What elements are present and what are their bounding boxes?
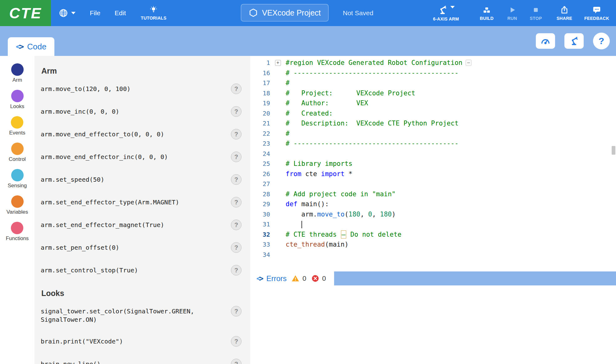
code-line-30[interactable]: 30 arm.move_to(180, 0, 180) — [250, 209, 616, 220]
command-help-button[interactable]: ? — [231, 306, 241, 316]
code-line-26[interactable]: 26from cte import * — [250, 169, 616, 179]
category-variables[interactable]: Variables — [7, 195, 28, 215]
line-number: 26 — [250, 169, 270, 179]
category-arm[interactable]: Arm — [11, 63, 24, 83]
collapsed-region-badge[interactable]: ⋯ — [466, 60, 471, 66]
run-label: RUN — [507, 16, 517, 21]
stop-button[interactable]: STOP — [526, 5, 545, 21]
fold-column: + — [270, 58, 286, 68]
category-label: Variables — [7, 209, 28, 215]
code-line-21[interactable]: 21# Description: VEXcode CTE Python Proj… — [250, 118, 616, 129]
palette-section-title: Looks — [41, 289, 241, 298]
code-line-31[interactable]: 31 — [250, 219, 616, 230]
fold-column — [270, 169, 286, 179]
code-editor[interactable]: 1+#region VEXcode Generated Robot Config… — [250, 56, 616, 271]
category-control[interactable]: Control — [9, 143, 26, 162]
dashboard-button[interactable] — [536, 33, 555, 49]
command-row: arm.set_end_effector_type(Arm.MAGNET)? — [41, 198, 241, 207]
code-line-22[interactable]: 22# — [250, 129, 616, 139]
category-events[interactable]: Events — [9, 116, 25, 136]
fold-plus-icon[interactable]: + — [275, 60, 281, 66]
language-menu[interactable] — [58, 8, 76, 18]
code-line-19[interactable]: 19# Author: VEX — [250, 98, 616, 108]
code-line-27[interactable]: 27 — [250, 179, 616, 189]
code-text: from cte import * — [286, 169, 352, 179]
help-button[interactable]: ? — [593, 33, 610, 49]
build-button[interactable]: BUILD — [476, 5, 498, 21]
code-line-23[interactable]: 23# ------------------------------------… — [250, 139, 616, 149]
category-functions[interactable]: Functions — [6, 222, 29, 242]
code-line-16[interactable]: 16# ------------------------------------… — [250, 68, 616, 78]
command-help-button[interactable]: ? — [231, 220, 241, 230]
device-label: 6-AXIS ARM — [433, 16, 459, 21]
code-line-33[interactable]: 33cte_thread(main) — [250, 239, 616, 250]
device-config-button[interactable] — [564, 33, 584, 49]
code-line-29[interactable]: 29def main(): — [250, 199, 616, 209]
command-block[interactable]: brain.print("VEXcode") — [41, 337, 123, 346]
line-number: 22 — [250, 129, 270, 139]
command-block[interactable]: arm.set_end_effector_magnet(True) — [41, 221, 164, 229]
share-button[interactable]: SHARE — [553, 5, 576, 21]
file-menu[interactable]: File — [90, 9, 100, 17]
code-line-28[interactable]: 28# Add project code in "main" — [250, 189, 616, 199]
code-text: # — [286, 78, 290, 88]
text-cursor — [301, 221, 302, 228]
command-block[interactable]: arm.set_speed(50) — [41, 175, 104, 184]
code-line-34[interactable]: 34 — [250, 250, 616, 260]
cte-logo[interactable]: CTE — [0, 0, 51, 26]
command-block[interactable]: signal_tower.set_color(SignalTower.GREEN… — [41, 307, 205, 324]
device-selector[interactable]: 6-AXIS ARM — [423, 5, 469, 21]
command-block[interactable]: arm.move_to(120, 0, 100) — [41, 85, 131, 93]
edit-menu[interactable]: Edit — [115, 9, 126, 17]
command-help-button[interactable]: ? — [231, 152, 241, 162]
palette-section-looks: Lookssignal_tower.set_color(SignalTower.… — [41, 289, 241, 364]
gauge-icon — [540, 36, 551, 46]
command-block[interactable]: arm.move_inc(0, 0, 0) — [41, 107, 119, 116]
code-line-32[interactable]: 32# CTE threads — Do not delete — [250, 230, 616, 240]
command-block[interactable]: brain.new_line() — [41, 360, 101, 364]
run-button[interactable]: RUN — [503, 5, 522, 21]
feedback-button[interactable]: FEEDBACK — [582, 5, 612, 21]
command-help-button[interactable]: ? — [231, 359, 241, 364]
code-text: # Description: VEXcode CTE Python Projec… — [286, 118, 458, 129]
code-text: # Library imports — [286, 159, 352, 169]
code-line-17[interactable]: 17# — [250, 78, 616, 88]
command-block[interactable]: arm.set_end_effector_type(Arm.MAGNET) — [41, 198, 179, 207]
category-looks[interactable]: Looks — [10, 90, 24, 110]
line-number: 21 — [250, 118, 270, 129]
command-help-button[interactable]: ? — [231, 129, 241, 139]
tutorials-label: TUTORIALS — [141, 16, 167, 20]
category-color-dot — [11, 143, 24, 155]
tutorials-button[interactable]: TUTORIALS — [141, 6, 167, 20]
tab-errors[interactable]: <> Errors 0 — [250, 271, 334, 285]
robot-arm-icon — [437, 5, 448, 15]
fold-column — [270, 230, 286, 240]
category-sensing[interactable]: Sensing — [8, 169, 27, 189]
command-help-button[interactable]: ? — [231, 174, 241, 185]
command-help-button[interactable]: ? — [231, 197, 241, 207]
command-block[interactable]: arm.set_control_stop(True) — [41, 266, 138, 275]
help-icon: ? — [599, 36, 604, 46]
command-block[interactable]: arm.move_end_effector_inc(0, 0, 0) — [41, 153, 168, 161]
command-block[interactable]: arm.set_pen_offset(0) — [41, 243, 119, 252]
line-number: 34 — [250, 250, 270, 260]
command-help-button[interactable]: ? — [231, 84, 241, 94]
project-name-button[interactable]: VEXcode Project — [241, 4, 329, 21]
build-label: BUILD — [480, 16, 494, 21]
code-line-18[interactable]: 18# Project: VEXcode Project — [250, 88, 616, 98]
command-help-button[interactable]: ? — [231, 336, 241, 347]
code-line-24[interactable]: 24 — [250, 149, 616, 159]
code-line-20[interactable]: 20# Created: — [250, 108, 616, 119]
code-line-1[interactable]: 1+#region VEXcode Generated Robot Config… — [250, 58, 616, 68]
command-block[interactable]: arm.move_end_effector_to(0, 0, 0) — [41, 130, 164, 139]
command-help-button[interactable]: ? — [231, 106, 241, 117]
tab-code[interactable]: <> Code — [8, 37, 54, 56]
code-line-25[interactable]: 25# Library imports — [250, 159, 616, 169]
editor-scrollbar-thumb[interactable] — [612, 146, 615, 155]
command-help-button[interactable]: ? — [231, 242, 241, 253]
code-text: # --------------------------------------… — [286, 139, 458, 149]
code-text: def main(): — [286, 199, 329, 209]
command-help-button[interactable]: ? — [231, 265, 241, 275]
fold-column — [270, 209, 286, 220]
fold-column — [270, 179, 286, 189]
